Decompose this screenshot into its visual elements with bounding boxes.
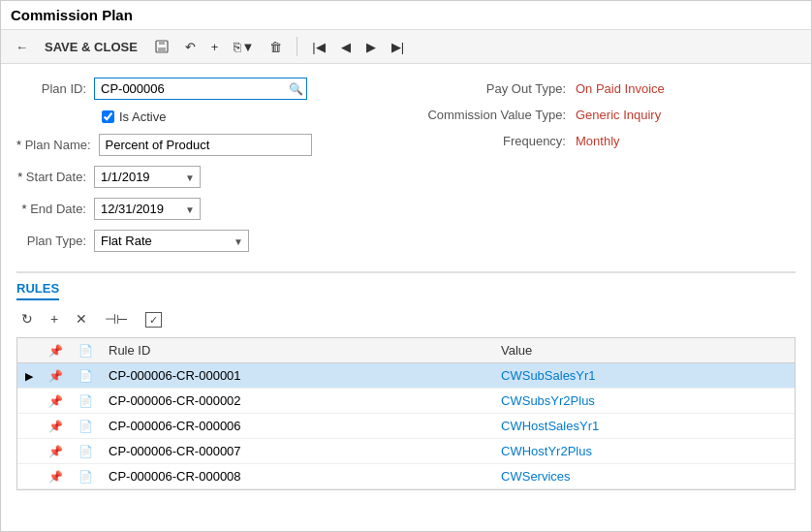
row-attach-cell: 📌 [41, 464, 71, 489]
row-arrow-cell [17, 439, 41, 464]
plan-id-input[interactable] [94, 78, 307, 100]
col-value-header: Value [493, 338, 795, 363]
title-bar: Commission Plan [1, 1, 811, 30]
table-row[interactable]: 📌 📄 CP-000006-CR-000002 CWSubsYr2Plus [17, 389, 795, 414]
doc-icon: 📄 [78, 445, 93, 458]
add-button[interactable]: + [206, 37, 224, 57]
rule-id-cell: CP-000006-CR-000007 [101, 439, 493, 464]
start-date-wrapper: ▼ [94, 166, 201, 188]
paperclip-icon: 📌 [48, 394, 63, 408]
plan-name-row: Plan Name: [16, 134, 391, 156]
rules-fit-button[interactable]: ⊣⊢ [100, 308, 133, 329]
rule-value-link[interactable]: CWHostYr2Plus [501, 444, 592, 458]
doc-icon: 📄 [78, 344, 93, 358]
last-button[interactable]: ▶| [387, 37, 409, 57]
row-doc-cell: 📄 [71, 439, 101, 464]
end-date-input[interactable] [94, 198, 201, 220]
rule-value-cell[interactable]: CWHostYr2Plus [493, 439, 795, 464]
table-row[interactable]: 📌 📄 CP-000006-CR-000007 CWHostYr2Plus [17, 439, 795, 464]
col-attach-header: 📌 [41, 338, 71, 363]
row-attach-cell: 📌 [41, 363, 71, 389]
plan-id-row: Plan ID: 🔍 [16, 78, 391, 100]
doc-icon: 📄 [78, 394, 93, 408]
rule-id-cell: CP-000006-CR-000001 [101, 363, 493, 389]
rule-value-link[interactable]: CWServices [501, 469, 571, 484]
commission-value-type-value: Generic Inquiry [576, 108, 661, 122]
rule-id-cell: CP-000006-CR-000008 [101, 464, 493, 489]
plan-id-label: Plan ID: [16, 81, 94, 96]
rule-id-cell: CP-000006-CR-000002 [101, 389, 493, 414]
back-button[interactable]: ← [11, 37, 33, 57]
svg-rect-2 [158, 47, 166, 52]
plan-type-label: Plan Type: [16, 234, 94, 248]
plan-name-input[interactable] [99, 134, 312, 156]
paperclip-icon: 📌 [48, 344, 63, 358]
doc-icon: 📄 [78, 369, 93, 383]
is-active-row: Is Active [102, 110, 391, 124]
plan-id-wrapper: 🔍 [94, 78, 307, 100]
row-arrow-cell [17, 414, 41, 439]
prev-button[interactable]: ◀ [336, 37, 356, 57]
rules-table: 📌 📄 Rule ID Value ▶ 📌 [17, 338, 795, 489]
save-close-button[interactable]: SAVE & CLOSE [39, 37, 143, 57]
row-attach-cell: 📌 [41, 439, 71, 464]
paperclip-icon: 📌 [48, 470, 63, 484]
rules-refresh-button[interactable]: ↻ [16, 308, 38, 329]
row-doc-cell: 📄 [71, 464, 101, 489]
start-date-row: Start Date: ▼ [16, 166, 391, 188]
is-active-checkbox[interactable] [102, 110, 114, 123]
rule-value-cell[interactable]: CWSubsYr2Plus [493, 389, 795, 414]
rule-id-cell: CP-000006-CR-000006 [101, 414, 493, 439]
undo-button[interactable]: ↶ [180, 37, 201, 57]
col-doc-header: 📄 [71, 338, 101, 363]
next-button[interactable]: ▶ [361, 37, 381, 57]
row-doc-cell: 📄 [71, 389, 101, 414]
plan-type-select[interactable]: Flat Rate [94, 230, 249, 252]
form-right: Pay Out Type: On Paid Invoice Commission… [421, 78, 796, 262]
col-arrow-header [17, 338, 41, 363]
commission-value-type-label: Commission Value Type: [421, 108, 576, 122]
plan-type-row: Plan Type: Flat Rate ▼ [16, 230, 391, 252]
rules-tbody: ▶ 📌 📄 CP-000006-CR-000001 CWSubSalesYr1 … [17, 363, 795, 489]
table-header-row: 📌 📄 Rule ID Value [17, 338, 795, 363]
rule-value-cell[interactable]: CWHostSalesYr1 [493, 414, 795, 439]
rules-delete-button[interactable]: ✕ [71, 308, 92, 329]
row-doc-cell: 📄 [71, 363, 101, 389]
end-date-wrapper: ▼ [94, 198, 201, 220]
rule-value-cell[interactable]: CWServices [493, 464, 795, 489]
pay-out-type-value: On Paid Invoice [576, 81, 665, 96]
rules-add-button[interactable]: + [46, 308, 63, 329]
table-row[interactable]: ▶ 📌 📄 CP-000006-CR-000001 CWSubSalesYr1 [17, 363, 795, 389]
table-row[interactable]: 📌 📄 CP-000006-CR-000006 CWHostSalesYr1 [17, 414, 795, 439]
rule-value-link[interactable]: CWHostSalesYr1 [501, 419, 599, 433]
export-icon: ✓ [145, 312, 162, 328]
row-attach-cell: 📌 [41, 414, 71, 439]
doc-icon: 📄 [78, 470, 93, 484]
rule-value-link[interactable]: CWSubSalesYr1 [501, 368, 596, 383]
commission-value-type-row: Commission Value Type: Generic Inquiry [421, 108, 796, 122]
frequency-label: Frequency: [421, 134, 576, 148]
frequency-value: Monthly [576, 134, 620, 148]
form-left: Plan ID: 🔍 Is Active Plan Name: [16, 78, 391, 262]
rules-section: RULES ↻ + ✕ ⊣⊢ ✓ 📌 [16, 271, 796, 490]
rule-value-cell[interactable]: CWSubSalesYr1 [493, 363, 795, 389]
end-date-row: End Date: ▼ [16, 198, 391, 220]
search-icon: 🔍 [289, 82, 303, 96]
window-title: Commission Plan [11, 7, 133, 23]
save-button[interactable] [149, 36, 174, 57]
rules-export-button[interactable]: ✓ [141, 308, 167, 329]
copy-button[interactable]: ⎘▼ [229, 37, 259, 57]
rules-title: RULES [16, 281, 59, 300]
rule-value-link[interactable]: CWSubsYr2Plus [501, 393, 595, 408]
doc-icon: 📄 [78, 420, 93, 433]
pay-out-type-row: Pay Out Type: On Paid Invoice [421, 81, 796, 96]
table-row[interactable]: 📌 📄 CP-000006-CR-000008 CWServices [17, 464, 795, 489]
delete-button[interactable]: 🗑 [265, 37, 287, 57]
first-button[interactable]: |◀ [307, 37, 329, 57]
plan-type-wrapper: Flat Rate ▼ [94, 230, 249, 252]
col-rule-id-header: Rule ID [101, 338, 493, 363]
toolbar-separator [297, 37, 297, 56]
start-date-label: Start Date: [16, 170, 94, 184]
start-date-input[interactable] [94, 166, 201, 188]
pay-out-type-label: Pay Out Type: [421, 81, 576, 96]
